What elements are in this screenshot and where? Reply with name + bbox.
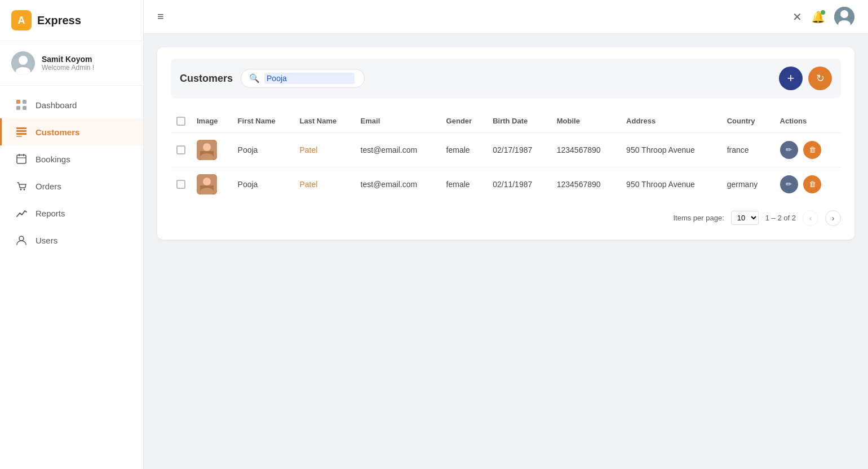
hamburger-icon[interactable]: ≡	[157, 10, 164, 23]
row-avatar	[197, 140, 217, 160]
user-name: Samit Koyom	[42, 55, 94, 64]
row-image-cell	[191, 167, 232, 201]
sidebar-item-orders[interactable]: Orders	[0, 172, 143, 200]
customers-card: Customers 🔍 + ↻ ImageFirst NameLast Name…	[157, 47, 854, 240]
bookings-icon	[15, 153, 28, 165]
svg-rect-10	[16, 136, 22, 137]
row-birth-date: 02/17/1987	[487, 132, 551, 167]
edit-button-1[interactable]: ✏	[780, 141, 798, 159]
row-gender: female	[441, 132, 488, 167]
row-first-name: Pooja	[232, 167, 294, 201]
svg-rect-24	[200, 151, 214, 160]
sidebar-item-bookings[interactable]: Bookings	[0, 145, 143, 172]
row-checkbox-1[interactable]	[176, 145, 185, 154]
row-birth-date: 02/11/1987	[487, 167, 551, 201]
topbar-avatar[interactable]	[834, 7, 854, 27]
card-header-left: Customers 🔍	[180, 69, 365, 88]
row-checkbox-cell	[171, 167, 191, 201]
sidebar-item-dashboard[interactable]: Dashboard	[0, 91, 143, 118]
col-header-image: Image	[191, 109, 232, 132]
row-email: test@email.com	[355, 132, 441, 167]
refresh-button[interactable]: ↻	[808, 67, 832, 90]
delete-button-1[interactable]: 🗑	[803, 141, 821, 159]
topbar-left: ≡	[157, 10, 164, 23]
sidebar-item-label: Dashboard	[36, 100, 77, 110]
row-mobile: 1234567890	[551, 167, 621, 201]
svg-rect-5	[16, 106, 20, 110]
svg-rect-4	[23, 100, 26, 104]
col-header-gender: Gender	[441, 109, 488, 132]
user-role: Welcome Admin !	[42, 64, 94, 72]
col-header-	[171, 109, 191, 132]
select-all-checkbox[interactable]	[176, 117, 185, 126]
table-header: ImageFirst NameLast NameEmailGenderBirth…	[171, 109, 841, 132]
sidebar-user: Samit Koyom Welcome Admin !	[0, 41, 143, 86]
row-checkbox-cell	[171, 132, 191, 167]
row-mobile: 1234567890	[551, 132, 621, 167]
svg-point-17	[19, 236, 24, 241]
row-gender: female	[441, 167, 488, 201]
customers-icon	[15, 126, 28, 138]
sidebar: A Express Samit Koyom Welcome Admin ! Da…	[0, 0, 144, 469]
orders-icon	[15, 180, 28, 192]
svg-point-15	[20, 189, 22, 191]
col-header-last-name: Last Name	[294, 109, 355, 132]
add-customer-button[interactable]: +	[779, 67, 803, 90]
col-header-country: Country	[721, 109, 774, 132]
sidebar-item-label: Bookings	[36, 154, 70, 164]
items-per-page-label: Items per page:	[673, 214, 724, 222]
search-input[interactable]	[264, 73, 355, 84]
prev-page-button[interactable]: ‹	[803, 210, 818, 226]
row-image-cell	[191, 132, 232, 167]
sidebar-item-label: Orders	[36, 182, 61, 191]
search-box: 🔍	[241, 69, 365, 88]
delete-button-2[interactable]: 🗑	[803, 175, 821, 193]
logo-name: Express	[37, 14, 81, 27]
sidebar-logo: A Express	[0, 0, 143, 41]
table-row: Pooja Patel test@email.com female 02/17/…	[171, 132, 841, 167]
row-first-name: Pooja	[232, 132, 294, 167]
svg-rect-28	[200, 185, 214, 194]
table-row: Pooja Patel test@email.com female 02/11/…	[171, 167, 841, 201]
sidebar-item-users[interactable]: Users	[0, 227, 143, 254]
row-last-name: Patel	[294, 132, 355, 167]
row-address: 950 Throop Avenue	[621, 167, 721, 201]
sidebar-item-customers[interactable]: Customers	[0, 118, 143, 145]
svg-point-19	[840, 10, 848, 18]
notification-dot	[821, 10, 825, 15]
page-range: 1 – 2 of 2	[765, 214, 796, 222]
sidebar-item-label: Customers	[36, 127, 79, 137]
table-body: Pooja Patel test@email.com female 02/17/…	[171, 132, 841, 201]
col-header-actions: Actions	[774, 109, 841, 132]
sidebar-nav: Dashboard Customers Bookings Orders Repo…	[0, 86, 143, 469]
card-title: Customers	[180, 73, 233, 85]
items-per-page-select[interactable]: 5102550	[731, 211, 759, 225]
avatar	[11, 51, 35, 75]
col-header-email: Email	[355, 109, 441, 132]
card-header-right: + ↻	[779, 67, 832, 90]
row-checkbox-2[interactable]	[176, 180, 185, 189]
reports-icon	[15, 207, 28, 219]
customers-table: ImageFirst NameLast NameEmailGenderBirth…	[171, 109, 841, 201]
col-header-first-name: First Name	[232, 109, 294, 132]
svg-rect-8	[16, 130, 26, 132]
svg-point-22	[203, 143, 211, 151]
edit-button-2[interactable]: ✏	[780, 175, 798, 193]
card-header: Customers 🔍 + ↻	[171, 59, 841, 98]
sidebar-item-label: Users	[36, 236, 57, 245]
next-page-button[interactable]: ›	[825, 210, 841, 226]
dashboard-icon	[15, 99, 28, 111]
row-address: 950 Throop Avenue	[621, 132, 721, 167]
logo-icon: A	[11, 10, 32, 30]
search-icon: 🔍	[249, 73, 260, 83]
topbar: ≡ ✕ 🔔	[144, 0, 868, 34]
row-country: france	[721, 132, 774, 167]
svg-point-26	[203, 178, 211, 185]
user-info: Samit Koyom Welcome Admin !	[42, 55, 94, 72]
svg-rect-7	[16, 127, 26, 129]
close-icon[interactable]: ✕	[792, 10, 802, 24]
row-avatar	[197, 174, 217, 194]
svg-rect-6	[23, 106, 26, 110]
sidebar-item-reports[interactable]: Reports	[0, 200, 143, 227]
bell-icon[interactable]: 🔔	[811, 10, 825, 24]
